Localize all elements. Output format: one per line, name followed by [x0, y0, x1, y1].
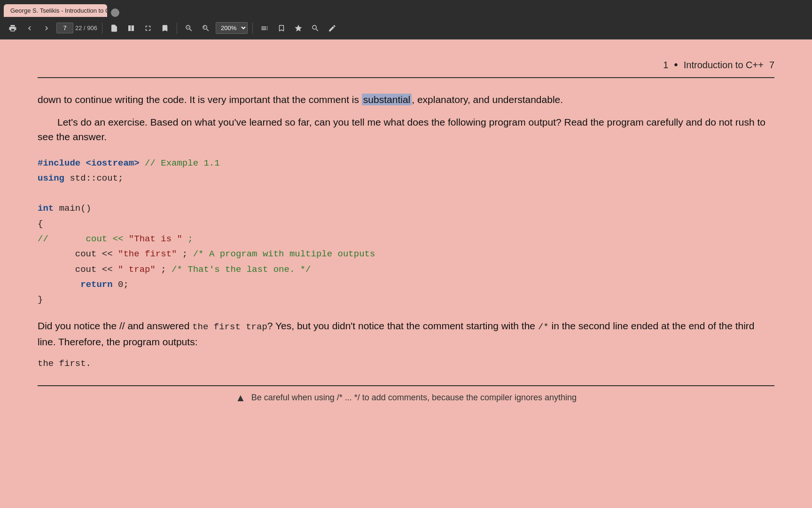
zoom-out-icon: [185, 24, 193, 32]
bottom-preview-text: Be careful when using /* ... */ to add c…: [251, 393, 577, 403]
code-string-3: " trap": [118, 264, 156, 275]
code-comment-4: /* That's the last one. */: [172, 264, 311, 275]
code-int: int: [38, 203, 54, 214]
zoom-out-button[interactable]: [182, 22, 196, 34]
inline-code-trap: the first trap: [192, 322, 267, 332]
separator-2: [177, 23, 177, 34]
page-input-group: 22 / 906: [56, 23, 97, 33]
annotate-icon: [328, 24, 336, 32]
toolbar: 22 / 906 50% 75% 100% 125% 150% 200% 400…: [0, 17, 812, 40]
page-number: 7: [769, 60, 774, 71]
highlight-substantial: substantial: [362, 94, 412, 105]
zoom-in-button[interactable]: [199, 22, 213, 34]
zoom-in-icon: [202, 24, 210, 32]
tab-bar: George S. Tselikis - Introduction to C++…: [0, 0, 812, 17]
code-cout-3: cout <<: [38, 264, 118, 275]
fullscreen-button[interactable]: [141, 22, 155, 34]
next-page-button[interactable]: [39, 22, 54, 34]
output-code: the first.: [38, 358, 91, 369]
code-line-4: {: [38, 216, 774, 231]
separator-1: [102, 23, 102, 34]
code-block: #include <iostream> // Example 1.1 using…: [38, 156, 774, 308]
two-page-button[interactable]: [124, 22, 138, 34]
bullet-separator: •: [674, 58, 678, 71]
arrow-right-icon: [42, 24, 51, 32]
code-line-9: }: [38, 292, 774, 307]
star-button[interactable]: [291, 22, 305, 34]
code-include: #include <iostream>: [38, 158, 140, 168]
pdf-content: 1 • Introduction to C++ 7 down to contin…: [0, 40, 812, 508]
paragraph-2: Let's do an exercise. Based on what you'…: [38, 115, 774, 144]
explanation-para: Did you notice the // and answered the f…: [38, 318, 774, 349]
code-line-blank: [38, 186, 774, 201]
code-string-2: "the first": [118, 249, 177, 259]
toc-icon: [260, 24, 269, 32]
code-comment-2: // cout <<: [38, 234, 129, 244]
code-brace-close: }: [38, 294, 43, 305]
output-line: the first.: [38, 355, 774, 371]
code-semi-2: ;: [182, 249, 193, 259]
scroll-arrow-icon: ▲: [235, 392, 246, 404]
code-brace-open: {: [38, 219, 43, 229]
code-line-6: cout << "the first" ; /* A program with …: [38, 246, 774, 262]
page-header: 1 • Introduction to C++ 7: [38, 58, 774, 78]
arrow-left-icon: [25, 24, 34, 32]
scroll-hint: ▲ Be careful when using /* ... */ to add…: [38, 392, 774, 404]
chapter-title: Introduction to C++: [684, 60, 764, 71]
code-return-val: 0;: [118, 279, 129, 290]
star-icon: [294, 24, 303, 32]
code-using-rest: std::cout;: [70, 173, 123, 183]
toc-button[interactable]: [258, 22, 272, 34]
code-cout-2: cout <<: [38, 249, 118, 259]
bookmark-add-button[interactable]: [158, 22, 172, 34]
code-line-3: int main(): [38, 201, 774, 216]
page-info: 22 / 906: [75, 24, 97, 32]
annotate-button[interactable]: [325, 22, 339, 34]
chapter-number: 1: [663, 60, 668, 71]
print-button[interactable]: [6, 22, 20, 34]
fullscreen-icon: [144, 24, 152, 32]
separator-3: [252, 23, 253, 34]
single-page-button[interactable]: [107, 22, 121, 34]
tab-title: George S. Tselikis - Introduction to C++…: [10, 7, 107, 14]
two-page-icon: [127, 24, 135, 32]
code-comment-2b: ;: [187, 234, 193, 244]
code-comment-1: // Example 1.1: [145, 158, 220, 168]
code-line-1: #include <iostream> // Example 1.1: [38, 156, 774, 171]
inline-code-comment: /*: [538, 322, 549, 332]
single-page-icon: [110, 24, 118, 32]
code-string-1: "That is ": [129, 234, 182, 244]
code-comment-3: /* A program with multiple outputs: [193, 249, 375, 259]
code-using: using: [38, 173, 64, 183]
new-tab-button[interactable]: [111, 8, 119, 17]
code-line-7: cout << " trap" ; /* That's the last one…: [38, 262, 774, 277]
zoom-select[interactable]: 50% 75% 100% 125% 150% 200% 400%: [216, 22, 248, 34]
prev-page-button[interactable]: [23, 22, 37, 34]
code-return: return: [80, 279, 112, 290]
code-line-8: return 0;: [38, 277, 774, 292]
chapter-info: 1 • Introduction to C++ 7: [663, 58, 774, 71]
print-icon: [8, 24, 17, 32]
bottom-paragraph: Did you notice the // and answered the f…: [38, 318, 774, 371]
search-button[interactable]: [308, 22, 322, 34]
bottom-hr: [38, 385, 774, 386]
active-tab[interactable]: George S. Tselikis - Introduction to C++…: [4, 4, 107, 17]
page-number-input[interactable]: [56, 23, 73, 33]
bookmark-icon: [277, 24, 286, 32]
code-semi-3: ;: [161, 264, 172, 275]
bookmark-button[interactable]: [274, 22, 289, 34]
bookmark-add-icon: [161, 24, 169, 32]
code-line-2: using std::cout;: [38, 171, 774, 186]
code-indent-return: [38, 279, 75, 290]
paragraph-1: down to continue writing the code. It is…: [38, 92, 774, 107]
search-icon: [311, 24, 320, 32]
code-main: main(): [59, 203, 91, 214]
code-line-5: // cout << "That is " ;: [38, 231, 774, 246]
